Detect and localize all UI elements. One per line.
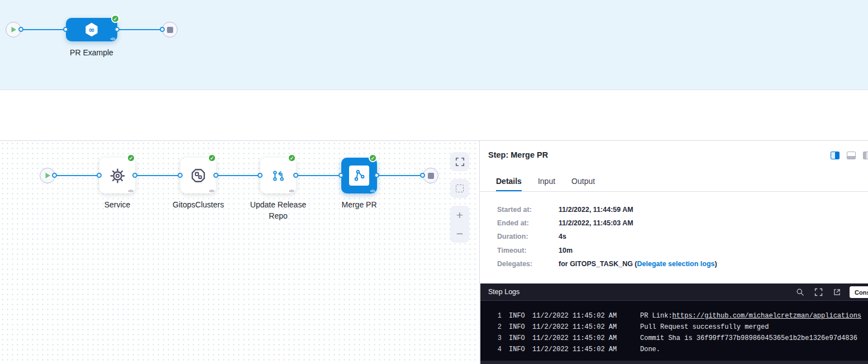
step-logs-title: Step Logs <box>488 288 519 296</box>
log-level: INFO <box>509 312 532 320</box>
panel-layout-toggles <box>831 152 868 159</box>
log-level: INFO <box>509 323 532 331</box>
step-connector-line <box>216 175 260 176</box>
connector-port <box>160 27 165 32</box>
tab-details[interactable]: Details <box>496 177 522 192</box>
step-connector-line <box>135 175 180 176</box>
canvas-fullscreen-button[interactable] <box>450 152 469 171</box>
log-message: Commit Sha is 36f99ff737b98986045365e1b2… <box>640 334 857 342</box>
canvas-selection-button[interactable] <box>450 179 469 198</box>
step-label-merge-pr: Merge PR <box>326 199 393 210</box>
success-check-icon: ✓ <box>111 15 120 23</box>
step-label-update-release-repo: Update Release Repo <box>247 199 309 221</box>
log-message: Done. <box>640 346 660 353</box>
execution-graph-canvas[interactable] <box>0 141 480 364</box>
step-node-merge-pr[interactable]: </> <box>341 158 377 193</box>
connector-port <box>115 27 120 32</box>
gitops-clusters-icon <box>190 168 206 183</box>
detail-value: 10m <box>559 247 573 254</box>
step-logs-header: Step Logs Conso <box>480 283 868 301</box>
fullscreen-icon <box>455 157 465 167</box>
detail-row-started-at: Started at:11/2/2022, 11:44:59 AM <box>497 206 633 214</box>
git-merge-icon <box>352 168 366 183</box>
log-timestamp: 11/2/2022 11:45:02 AM <box>532 346 640 353</box>
connector-port <box>293 173 298 178</box>
gitops-stage-icon: ∞ <box>83 21 100 38</box>
log-line-number: 1 <box>480 312 502 320</box>
step-label-gitopsclusters: GitopsClusters <box>165 199 232 210</box>
layout-minimize-panel-icon[interactable] <box>863 152 868 159</box>
detail-row-delegates: Delegates:for GITOPS_TASK_NG (Delegate s… <box>497 260 717 268</box>
gear-icon <box>110 168 125 183</box>
detail-label: Duration: <box>497 233 559 240</box>
step-connector-line <box>55 175 99 176</box>
step-panel-title: Step: Merge PR <box>488 150 548 159</box>
success-check-icon: ✓ <box>369 154 377 162</box>
open-external-icon[interactable] <box>833 288 841 296</box>
step-logs-body[interactable]: 1 INFO 11/2/2022 11:45:02 AM PR Link: ht… <box>480 301 868 364</box>
connector-port <box>374 173 379 178</box>
layout-bottom-panel-icon[interactable] <box>847 152 856 159</box>
success-check-icon: ✓ <box>208 154 216 162</box>
console-view-button[interactable]: Conso <box>850 286 868 298</box>
delegates-prefix: for GITOPS_TASK_NG ( <box>559 260 637 268</box>
step-node-service[interactable]: </> <box>99 158 135 193</box>
detail-row-timeout: Timeout:10m <box>497 247 573 254</box>
logs-horizontal-scrollbar[interactable] <box>480 361 868 364</box>
stage-label: PR Example <box>64 47 120 58</box>
delegates-suffix: ) <box>714 260 717 268</box>
step-node-gitopsclusters[interactable]: </> <box>180 158 216 193</box>
zoom-in-button[interactable]: + <box>456 209 463 221</box>
log-level: INFO <box>509 346 532 353</box>
pr-link[interactable]: https://github.com/michaelcretzman/appli… <box>673 312 861 320</box>
detail-value: 11/2/2022, 11:44:59 AM <box>559 206 633 214</box>
success-check-icon: ✓ <box>127 154 135 162</box>
pipeline-execution-page: ∞ </> ✓ PR Example PR Example Started at… <box>0 0 868 364</box>
log-message: PR Link: <box>640 312 673 320</box>
step-label-service: Service <box>84 199 151 210</box>
stage-connector-line <box>117 29 162 30</box>
delegate-selection-logs-link[interactable]: Delegate selection logs <box>637 260 715 268</box>
marquee-select-icon <box>456 185 464 192</box>
canvas-zoom-control: + − <box>450 206 469 243</box>
code-icon: </> <box>209 189 214 193</box>
log-timestamp: 11/2/2022 11:45:02 AM <box>532 334 640 342</box>
step-connector-line <box>296 175 341 176</box>
detail-label: Delegates: <box>497 260 559 268</box>
search-icon[interactable] <box>796 288 804 296</box>
log-timestamp: 11/2/2022 11:45:02 AM <box>532 323 640 331</box>
detail-label: Started at: <box>497 206 559 214</box>
log-line: 2 INFO 11/2/2022 11:45:02 AM Pull Reques… <box>480 322 868 333</box>
stage-node-pr-example[interactable]: ∞ </> <box>66 18 117 41</box>
stop-icon <box>167 27 173 33</box>
connector-port <box>213 173 218 178</box>
connector-port <box>338 173 344 178</box>
step-node-update-release-repo[interactable]: </> <box>260 158 296 193</box>
log-line: 3 INFO 11/2/2022 11:45:02 AM Commit Sha … <box>480 333 868 344</box>
log-line-number: 2 <box>480 323 502 331</box>
tab-output[interactable]: Output <box>571 177 595 192</box>
detail-label: Ended at: <box>497 219 559 227</box>
merge-pr-icon-tile <box>349 166 369 186</box>
tab-input[interactable]: Input <box>538 177 555 192</box>
detail-value: 11/2/2022, 11:45:03 AM <box>559 219 633 227</box>
layout-right-panel-icon[interactable] <box>831 152 840 159</box>
log-timestamp: 11/2/2022 11:45:02 AM <box>532 312 640 320</box>
connector-port <box>257 173 263 178</box>
code-icon: </> <box>370 189 375 193</box>
stage-connector-line <box>21 29 66 30</box>
log-line-number: 4 <box>480 346 502 353</box>
stop-icon <box>428 173 434 179</box>
detail-value: 4s <box>559 233 566 240</box>
log-line: 1 INFO 11/2/2022 11:45:02 AM PR Link: ht… <box>480 310 868 322</box>
graph-end-node[interactable] <box>423 168 438 183</box>
svg-text:∞: ∞ <box>88 25 94 34</box>
log-message: Pull Request successfully merged <box>640 323 769 331</box>
tabs-divider <box>480 191 868 192</box>
logs-fullscreen-icon[interactable] <box>814 288 823 296</box>
connector-port <box>18 27 23 32</box>
code-icon: </> <box>110 37 115 41</box>
detail-label: Timeout: <box>497 247 559 254</box>
zoom-out-button[interactable]: − <box>456 228 463 239</box>
connector-port <box>52 173 57 178</box>
